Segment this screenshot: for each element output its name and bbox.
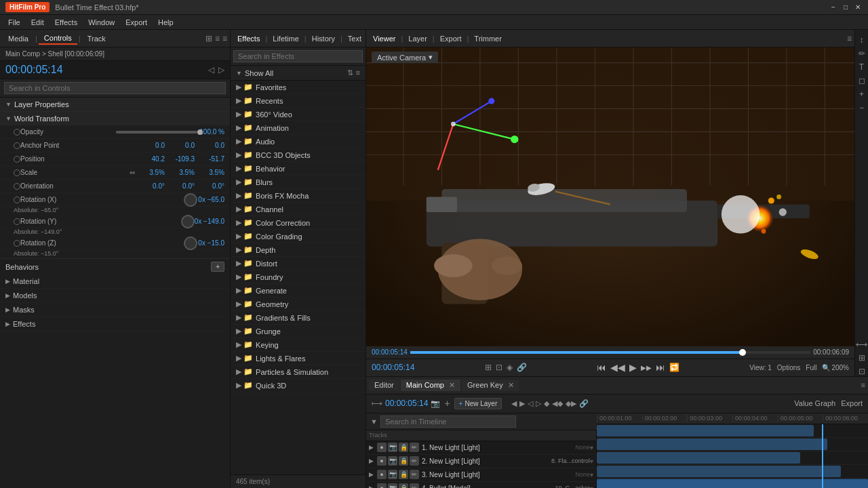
- loop-button[interactable]: 🔁: [669, 363, 679, 372]
- masks-section[interactable]: ▶ Masks: [0, 303, 230, 317]
- show-all-row[interactable]: ▼ Show All ⇅ ≡: [231, 66, 366, 81]
- models-section[interactable]: ▶ Models: [0, 289, 230, 303]
- tl-clip-block[interactable]: [597, 479, 868, 488]
- category-grunge[interactable]: ▶ 📁Grunge: [231, 325, 366, 338]
- track-lock-icon[interactable]: 🔒: [399, 443, 408, 452]
- value-graph-button[interactable]: Value Graph: [794, 399, 835, 407]
- track-visible-icon[interactable]: ●: [377, 483, 387, 488]
- anchor-keyframe[interactable]: [14, 142, 20, 149]
- tab-text[interactable]: Text: [344, 33, 366, 44]
- tl-track-area[interactable]: [597, 438, 868, 451]
- tl-playhead-icon[interactable]: ⟼: [372, 399, 382, 408]
- close-button[interactable]: ✕: [853, 3, 863, 12]
- category-distort[interactable]: ▶ 📁Distort: [231, 257, 366, 270]
- position-x[interactable]: 40.2: [138, 155, 165, 163]
- tl-clip-block[interactable]: [597, 439, 827, 450]
- category-audio[interactable]: ▶ 📁Audio: [231, 135, 366, 148]
- tl-track-area[interactable]: [597, 465, 868, 479]
- tab-export[interactable]: Export: [436, 33, 466, 44]
- category-animation[interactable]: ▶ 📁Animation: [231, 121, 366, 135]
- menu-export[interactable]: Export: [120, 17, 153, 28]
- tl-track-area[interactable]: [597, 451, 868, 465]
- rotation-y-keyframe[interactable]: [14, 218, 20, 225]
- play-button[interactable]: ▶: [629, 362, 637, 373]
- tab-layer[interactable]: Layer: [404, 33, 431, 44]
- options-button[interactable]: Options: [777, 364, 800, 371]
- category-bcc-3d-objects[interactable]: ▶ 📁BCC 3D Objects: [231, 148, 366, 162]
- track-effect-label[interactable]: 8. Fla...control: [542, 458, 590, 464]
- tab-media[interactable]: Media: [3, 33, 34, 44]
- tl-export-button[interactable]: Export: [841, 399, 863, 407]
- track-dropdown-arrow[interactable]: ▾: [590, 458, 593, 465]
- effects-section[interactable]: ▶ Effects: [0, 317, 230, 331]
- side-snap-icon[interactable]: ⟷: [856, 340, 867, 349]
- panel-menu-icon[interactable]: ≡: [222, 34, 227, 43]
- step-back-button[interactable]: ◀◀: [610, 362, 625, 373]
- track-cam-icon[interactable]: 📷: [388, 456, 397, 466]
- grid-view-icon[interactable]: ⊞: [205, 34, 212, 43]
- track-solo-icon[interactable]: ✏: [410, 456, 419, 466]
- category-particles-&-simulation[interactable]: ▶ 📁Particles & Simulation: [231, 365, 366, 379]
- tl-snap-icon[interactable]: 🔗: [579, 399, 589, 408]
- step-forward-button[interactable]: ▶▶: [641, 364, 652, 371]
- track-cam-icon[interactable]: 📷: [388, 483, 397, 488]
- rotation-z-dial[interactable]: [182, 235, 199, 251]
- viewer-menu-icon[interactable]: ≡: [847, 34, 852, 43]
- scale-x[interactable]: 3.5%: [138, 169, 165, 176]
- tab-viewer[interactable]: Viewer: [369, 33, 399, 44]
- scale-keyframe[interactable]: [14, 169, 20, 176]
- anchor-z[interactable]: 0.0: [197, 142, 224, 149]
- new-layer-button[interactable]: + New Layer: [454, 398, 502, 409]
- category-foundry[interactable]: ▶ 📁Foundry: [231, 270, 366, 284]
- minimize-button[interactable]: −: [829, 3, 838, 12]
- orient-y[interactable]: 0.0°: [167, 182, 195, 190]
- main-comp-close[interactable]: ✕: [449, 381, 455, 389]
- track-row[interactable]: ▶ ● 📷 🔒 ✏ 1. New Light [Light] None ▾: [366, 441, 596, 455]
- tl-clip-block[interactable]: [597, 425, 814, 436]
- track-expand-arrow[interactable]: ▶: [369, 485, 377, 488]
- tl-back-icon[interactable]: ◀: [511, 399, 517, 408]
- tl-filter-icon[interactable]: ▼: [370, 418, 378, 426]
- set-out-icon[interactable]: ▷: [218, 65, 224, 75]
- tab-main-comp[interactable]: Main Comp ✕: [401, 380, 460, 391]
- material-section[interactable]: ▶ Material: [0, 274, 230, 289]
- rotation-z-value[interactable]: 0x −15.0: [197, 239, 224, 247]
- track-expand-arrow[interactable]: ▶: [369, 471, 377, 478]
- skip-to-start-button[interactable]: ⏮: [597, 362, 606, 373]
- effects-search-input[interactable]: [233, 50, 363, 62]
- category-behavior[interactable]: ▶ 📁Behavior: [231, 162, 366, 176]
- timeline-search-input[interactable]: [380, 415, 516, 428]
- menu-window[interactable]: Window: [83, 17, 120, 28]
- tab-history[interactable]: History: [308, 33, 339, 44]
- position-y[interactable]: -109.3: [167, 155, 195, 163]
- tl-track-area[interactable]: [597, 424, 868, 438]
- search-controls-input[interactable]: [4, 82, 226, 94]
- track-dropdown-arrow[interactable]: ▾: [590, 485, 593, 488]
- side-zoom-in-icon[interactable]: +: [859, 89, 864, 99]
- tab-green-key[interactable]: Green Key ✕: [462, 380, 519, 391]
- side-expand-icon[interactable]: ⊡: [859, 367, 865, 376]
- opacity-thumb[interactable]: [197, 129, 203, 135]
- track-row[interactable]: ▶ ● 📷 🔒 ✏ 4. Bullet [Model] 10. G...acke…: [366, 482, 596, 488]
- filter-sort-icon[interactable]: ⇅: [347, 68, 353, 77]
- category-generate[interactable]: ▶ 📁Generate: [231, 284, 366, 298]
- position-z[interactable]: -51.7: [197, 155, 224, 163]
- category-blurs[interactable]: ▶ 📁Blurs: [231, 176, 366, 189]
- tab-effects[interactable]: Effects: [233, 33, 264, 44]
- tl-kf-prev[interactable]: ◀◆: [552, 399, 563, 408]
- side-shape-icon[interactable]: ◻: [859, 76, 865, 85]
- rotation-x-keyframe[interactable]: [14, 197, 20, 203]
- camera-label[interactable]: Active Camera ▾: [372, 52, 438, 63]
- tl-cam-icon[interactable]: 📷: [431, 399, 440, 408]
- maximize-button[interactable]: □: [841, 3, 850, 12]
- tab-controls[interactable]: Controls: [39, 33, 77, 45]
- world-transform-header[interactable]: ▼ World Transform: [0, 112, 230, 125]
- viewer-transform-icon[interactable]: ⊞: [485, 363, 492, 372]
- orientation-keyframe[interactable]: [14, 183, 20, 190]
- track-expand-arrow[interactable]: ▶: [369, 444, 377, 451]
- window-controls[interactable]: − □ ✕: [829, 3, 863, 12]
- category-boris-fx-mocha[interactable]: ▶ 📁Boris FX Mocha: [231, 189, 366, 203]
- category-geometry[interactable]: ▶ 📁Geometry: [231, 298, 366, 311]
- orient-x[interactable]: 0.0°: [138, 182, 165, 190]
- anchor-x[interactable]: 0.0: [138, 142, 165, 149]
